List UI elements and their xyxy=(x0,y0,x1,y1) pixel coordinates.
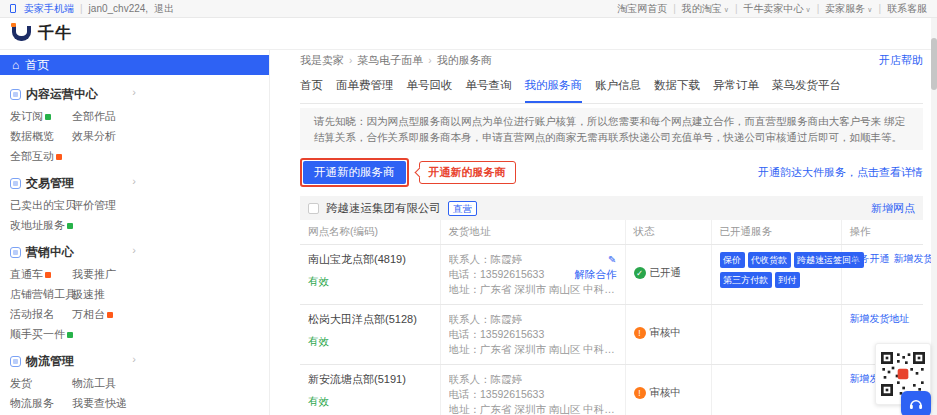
service-tag[interactable]: 保价 xyxy=(720,252,745,268)
col-header-actions: 操作 xyxy=(841,220,923,245)
node-name: 南山宝龙点部(4819) xyxy=(308,252,432,267)
tab-abnormal-orders[interactable]: 异常订单 xyxy=(713,78,759,103)
sidebar-section-content-center: 内容运营中心 › 发订阅 全部作品 数据概览 效果分析 全部互动 xyxy=(0,75,130,164)
sidebar-link[interactable]: 物流服务 xyxy=(10,396,72,411)
company-checkbox[interactable] xyxy=(308,203,319,214)
company-name: 跨越速运集团有限公司 xyxy=(326,201,441,216)
table-row: 新安流塘点部(5191) 有效 联系人：陈霞婷 电话：13592615633 地… xyxy=(300,365,923,415)
sidebar-section-header[interactable]: 物流管理 › xyxy=(10,351,130,371)
annotation-highlight-box: 开通新的服务商 xyxy=(300,158,409,187)
new-badge xyxy=(67,223,73,229)
logout-link[interactable]: 退出 xyxy=(154,2,174,16)
table-row: 松岗大田洋点部(5128) 有效 联系人：陈霞婷 电话：13592615633 … xyxy=(300,305,923,365)
tab-number-query[interactable]: 单号查询 xyxy=(466,78,512,103)
shop-help-link[interactable]: 开店帮助 xyxy=(879,53,923,68)
service-tag[interactable]: 第三方付款 xyxy=(720,272,772,288)
sidebar-link[interactable]: 全部作品 xyxy=(72,109,134,124)
pending-circle-icon: ! xyxy=(634,387,646,399)
global-topbar: 卖家手机端 | jan0_chv224, 退出 淘宝网首页 | 我的淘宝∨ | … xyxy=(0,0,937,18)
status-badge: ! 审核中 xyxy=(634,386,703,400)
tab-cainiao-shipping[interactable]: 菜鸟发货平台 xyxy=(772,78,841,103)
sidebar-link[interactable]: 已卖出的宝贝 xyxy=(10,198,72,213)
sidebar-section-header[interactable]: 营销中心 › xyxy=(10,242,130,262)
divider: | xyxy=(878,3,881,14)
marketing-icon xyxy=(10,247,21,258)
add-branch-link[interactable]: 新增网点 xyxy=(871,201,915,216)
unbind-cooperation-link[interactable]: 解除合作 xyxy=(575,267,617,282)
tab-my-service-providers[interactable]: 我的服务商 xyxy=(525,78,583,103)
sidebar-section-items: 宝贝管理 › 发布宝贝 出售中的宝贝 体检中心 仓库中的宝贝 商品状况 八题 xyxy=(0,411,130,415)
sidebar-link[interactable]: 改地址服务 xyxy=(10,218,72,233)
divider: | xyxy=(735,3,738,14)
topbar-link-seller-service[interactable]: 卖家服务∨ xyxy=(825,2,872,16)
chevron-right-icon: › xyxy=(132,353,136,365)
sidebar-link[interactable]: 万相台 xyxy=(72,307,134,322)
sidebar-section-header[interactable]: 交易管理 › xyxy=(10,173,130,193)
breadcrumb-item[interactable]: 菜鸟电子面单 xyxy=(357,53,423,68)
topbar-link-taobao-home[interactable]: 淘宝网首页 xyxy=(617,2,667,16)
breadcrumb: 我是卖家 › 菜鸟电子面单 › 我的服务商 xyxy=(300,53,492,68)
contact-phone: 13592615633 xyxy=(480,328,544,340)
tab-number-recycle[interactable]: 单号回收 xyxy=(407,78,453,103)
brand-header: 千牛 xyxy=(0,18,937,50)
breadcrumb-separator: › xyxy=(349,55,352,66)
tab-home[interactable]: 首页 xyxy=(300,78,323,103)
customer-service-chat-button[interactable] xyxy=(901,391,931,415)
table-header-row: 网点名称(编码) 发货地址 状态 已开通服务 操作 xyxy=(300,220,923,245)
service-tag[interactable]: 代收货款 xyxy=(748,252,791,268)
col-header-opened-services: 已开通服务 xyxy=(711,220,841,245)
add-ship-address-link[interactable]: 新增发货地址 xyxy=(850,313,910,324)
sidebar-section-logistics: 物流管理 › 发货 物流工具 物流服务 我要查快递 xyxy=(0,342,130,411)
sidebar-link[interactable]: 评价管理 xyxy=(72,198,134,213)
sidebar-link[interactable]: 活动报名 xyxy=(10,307,72,322)
sidebar-link[interactable]: 发货 xyxy=(10,376,72,391)
tab-waybill-fee[interactable]: 面单费管理 xyxy=(336,78,394,103)
pending-circle-icon: ! xyxy=(634,327,646,339)
status-badge: ✓ 已开通 xyxy=(634,266,703,280)
tab-data-download[interactable]: 数据下载 xyxy=(654,78,700,103)
scrollbar-thumb[interactable] xyxy=(931,38,937,90)
contact-name: 陈霞婷 xyxy=(491,313,523,325)
sidebar-link[interactable]: 发订阅 xyxy=(10,109,72,124)
tab-account-info[interactable]: 账户信息 xyxy=(595,78,641,103)
sidebar-link[interactable]: 物流工具 xyxy=(72,376,134,391)
col-header-ship-address: 发货地址 xyxy=(440,220,625,245)
topbar-link-seller-center[interactable]: 千牛卖家中心∨ xyxy=(744,2,811,16)
chevron-down-icon: ∨ xyxy=(806,6,811,13)
table-row: 南山宝龙点部(4819) 有效 联系人：陈霞婷✎ 电话：13592615633解… xyxy=(300,245,923,305)
sidebar-link[interactable]: 顺手买一件 xyxy=(10,327,72,342)
edit-icon[interactable]: ✎ xyxy=(608,252,616,267)
breadcrumb-item[interactable]: 我是卖家 xyxy=(300,53,344,68)
contact-phone: 13592615633 xyxy=(480,268,544,280)
qianniu-logo-icon xyxy=(12,26,31,41)
company-group-header: 跨越速运集团有限公司 直营 新增网点 xyxy=(300,196,923,220)
trade-icon xyxy=(10,178,21,189)
sidebar-section-header[interactable]: 内容运营中心 › xyxy=(10,84,130,104)
sidebar-link[interactable]: 直通车 xyxy=(10,267,72,282)
sidebar-link[interactable]: 极速推 xyxy=(72,287,134,302)
hot-badge xyxy=(45,272,51,278)
check-circle-icon: ✓ xyxy=(634,267,646,279)
hot-badge xyxy=(56,154,62,160)
open-new-provider-button[interactable]: 开通新的服务商 xyxy=(303,161,406,184)
service-tag[interactable]: 到付 xyxy=(775,272,800,288)
sidebar-link[interactable]: 数据概览 xyxy=(10,129,72,144)
col-header-status: 状态 xyxy=(625,220,711,245)
breadcrumb-item[interactable]: 我的服务商 xyxy=(437,53,492,68)
sidebar-link[interactable]: 我要推广 xyxy=(72,267,134,282)
contact-phone: 13592615633 xyxy=(480,388,544,400)
seller-mobile-link[interactable]: 卖家手机端 xyxy=(24,2,74,16)
direct-operation-badge: 直营 xyxy=(448,201,477,216)
open-service-link[interactable]: 服务开通 xyxy=(850,253,890,264)
yunda-service-detail-link[interactable]: 开通韵达大件服务，点击查看详情 xyxy=(758,165,923,180)
topbar-link-my-taobao[interactable]: 我的淘宝∨ xyxy=(682,2,729,16)
sidebar-link[interactable]: 全部互动 xyxy=(10,149,72,164)
contact-address: 广东省 深圳市 南山区 中科纳能大厦A座405 xyxy=(480,343,617,355)
home-icon: ⌂ xyxy=(12,59,19,71)
sidebar-link[interactable]: 效果分析 xyxy=(72,129,134,144)
sidebar-section-marketing: 营销中心 › 直通车 我要推广 店铺营销工具 极速推 活动报名 万相台 顺手买一… xyxy=(0,233,130,342)
sidebar-item-home[interactable]: ⌂ 首页 xyxy=(0,55,269,75)
sidebar-link[interactable]: 我要查快递 xyxy=(72,396,134,411)
sidebar-link[interactable]: 店铺营销工具 xyxy=(10,287,72,302)
topbar-link-contact-support[interactable]: 联系客服 xyxy=(887,2,927,16)
